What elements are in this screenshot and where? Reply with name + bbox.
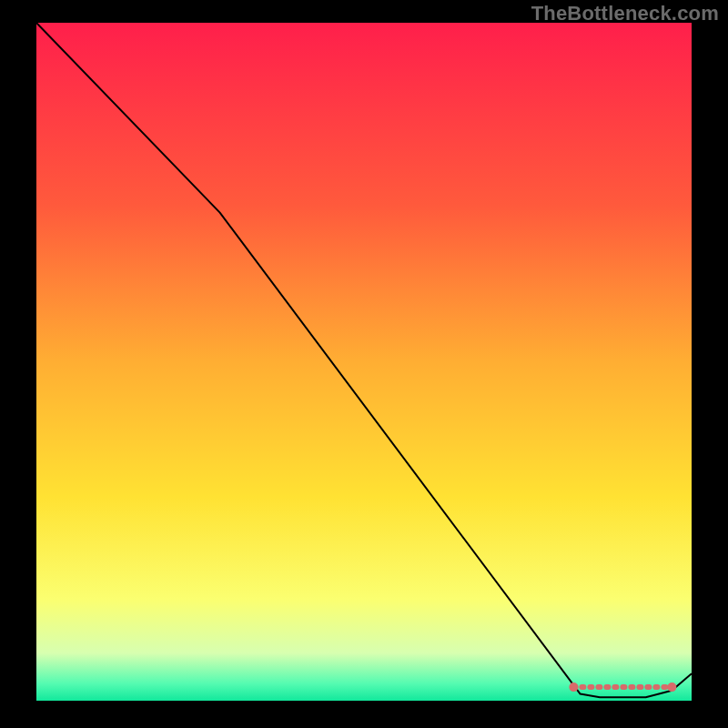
chart-frame: TheBottleneck.com [0, 0, 728, 728]
plot-area [36, 23, 692, 701]
sweet-spot-endpoint [667, 682, 676, 692]
sweet-spot-endpoint [569, 682, 578, 692]
chart-svg [36, 23, 692, 701]
